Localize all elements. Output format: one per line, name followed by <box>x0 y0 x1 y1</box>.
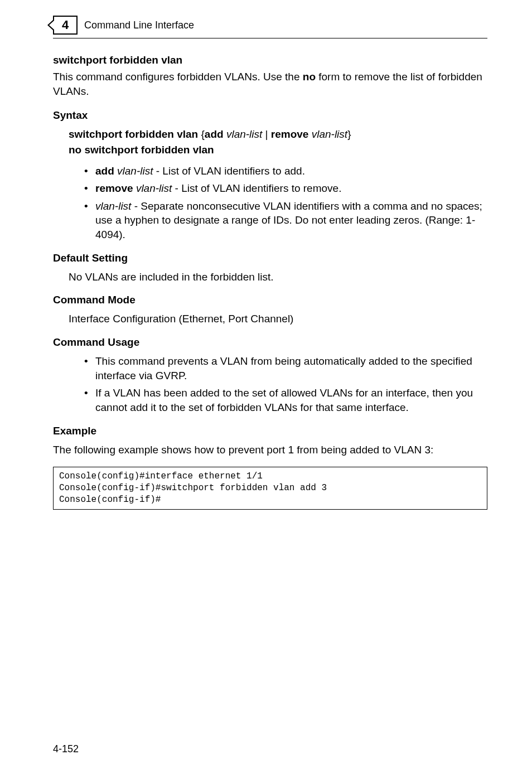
bullet3-ital: vlan-list <box>95 200 131 212</box>
command-usage-list: This command prevents a VLAN from being … <box>84 354 487 415</box>
example-heading: Example <box>53 425 487 437</box>
syn1-p1: switchport forbidden vlan <box>69 128 198 140</box>
example-intro: The following example shows how to preve… <box>53 443 487 457</box>
syntax-line-2: no switchport forbidden vlan <box>69 143 487 157</box>
syntax-block: switchport forbidden vlan {add vlan-list… <box>69 127 487 157</box>
syn1-p9: vlan-list <box>312 128 347 140</box>
syn1-p10: } <box>347 128 351 140</box>
chapter-badge: 4 <box>53 16 78 35</box>
header-rule <box>53 38 487 38</box>
usage-bullet-1: This command prevents a VLAN from being … <box>95 355 472 381</box>
page-number: 4-152 <box>53 743 79 755</box>
syn1-p2: { <box>198 128 205 140</box>
bullet2-rest: - List of VLAN identifiers to remove. <box>172 182 341 194</box>
list-item: add vlan-list - List of VLAN identifiers… <box>84 164 487 178</box>
command-description: This command configures forbidden VLANs.… <box>53 70 487 98</box>
list-item: If a VLAN has been added to the set of a… <box>84 386 487 414</box>
command-mode-text: Interface Configuration (Ethernet, Port … <box>69 312 487 326</box>
syn1-p6: | <box>262 128 271 140</box>
bullet2-bold: remove <box>95 182 133 194</box>
page-header-title: Command Line Interface <box>84 20 194 31</box>
usage-bullet-2: If a VLAN has been added to the set of a… <box>95 387 473 413</box>
syntax-bullet-list: add vlan-list - List of VLAN identifiers… <box>84 164 487 242</box>
desc-pre: This command configures forbidden VLANs.… <box>53 71 303 83</box>
chapter-number: 4 <box>62 18 69 32</box>
default-setting-text: No VLANs are included in the forbidden l… <box>69 270 487 284</box>
syn1-p3: add <box>205 128 224 140</box>
bullet3-rest: - Separate nonconsecutive VLAN identifie… <box>95 200 482 240</box>
list-item: remove vlan-list - List of VLAN identifi… <box>84 181 487 196</box>
console-output: Console(config)#interface ethernet 1/1 C… <box>53 467 487 509</box>
page-header-row: 4 Command Line Interface <box>53 16 487 35</box>
bullet1-bold: add <box>95 165 114 177</box>
command-mode-heading: Command Mode <box>53 294 487 306</box>
command-title: switchport forbidden vlan <box>53 54 487 66</box>
bullet2-ital: vlan-list <box>136 182 172 194</box>
syntax-line-1: switchport forbidden vlan {add vlan-list… <box>69 127 487 142</box>
command-usage-heading: Command Usage <box>53 336 487 349</box>
syn1-p5: vlan-list <box>226 128 262 140</box>
default-setting-heading: Default Setting <box>53 252 487 264</box>
bullet1-ital: vlan-list <box>117 165 153 177</box>
list-item: vlan-list - Separate nonconsecutive VLAN… <box>84 199 487 242</box>
syn1-p7: remove <box>271 128 309 140</box>
bullet1-rest: - List of VLAN identifiers to add. <box>153 165 304 177</box>
desc-bold: no <box>303 71 316 83</box>
list-item: This command prevents a VLAN from being … <box>84 354 487 383</box>
syntax-heading: Syntax <box>53 109 487 122</box>
